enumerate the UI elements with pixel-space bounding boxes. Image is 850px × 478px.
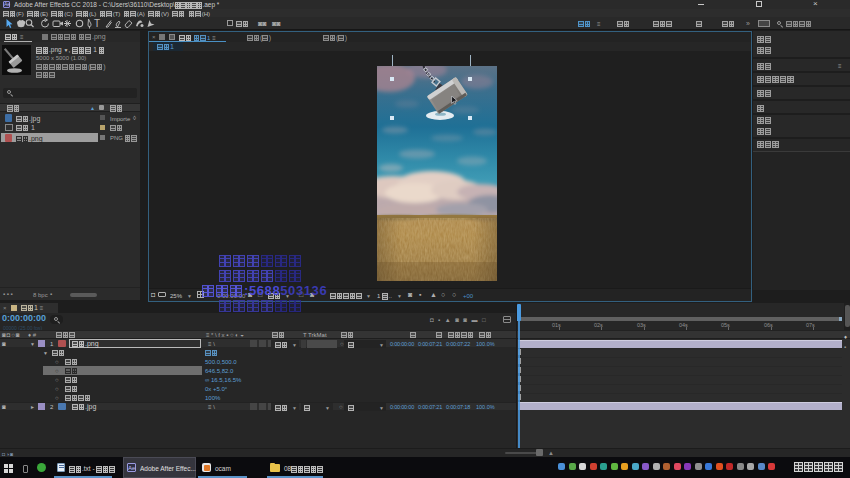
svg-text:T: T [94, 18, 100, 29]
